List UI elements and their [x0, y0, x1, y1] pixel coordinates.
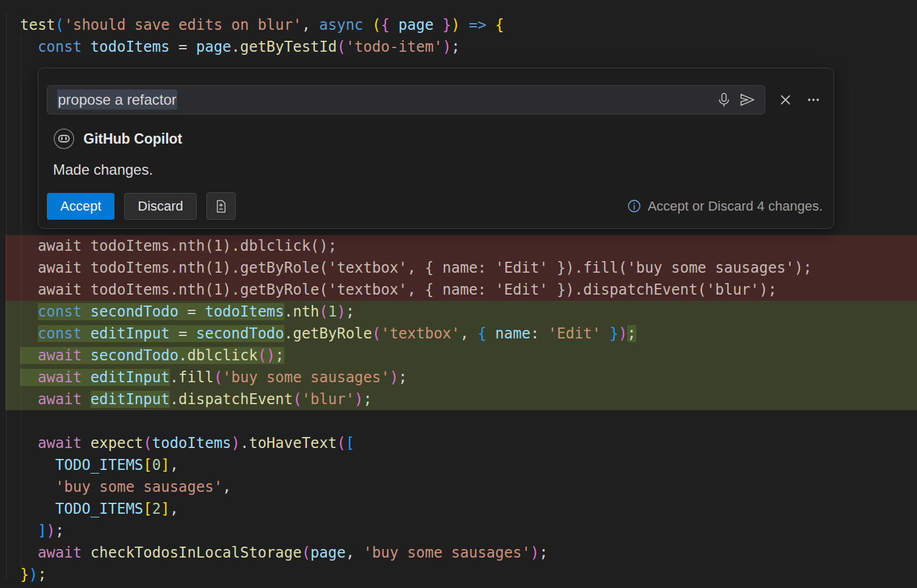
send-button[interactable]	[736, 88, 759, 111]
code-line[interactable]: await expect(todoItems).toHaveText([	[20, 432, 917, 454]
code-block-top[interactable]: test('should save edits on blur', async …	[0, 14, 917, 58]
ellipsis-icon	[805, 91, 822, 108]
microphone-button[interactable]	[712, 88, 736, 111]
gutter-strip	[0, 0, 5, 588]
code-line[interactable]: const secondTodo = todoItems.nth(1);	[20, 301, 917, 323]
code-line[interactable]: });	[20, 564, 917, 586]
chat-input-value: propose a refactor	[57, 91, 712, 108]
copilot-name: GitHub Copilot	[83, 131, 182, 147]
code-line[interactable]: const todoItems = page.getByTestId('todo…	[20, 36, 917, 58]
diff-file-icon	[213, 198, 229, 214]
code-line[interactable]: ]);	[20, 520, 917, 542]
code-line[interactable]: const editInput = secondTodo.getByRole('…	[20, 323, 917, 345]
code-line[interactable]: 'buy some sausages',	[20, 476, 917, 498]
code-line[interactable]: await todoItems.nth(1).getByRole('textbo…	[20, 279, 917, 301]
info-icon	[627, 198, 642, 214]
code-line[interactable]: TODO_ITEMS[2],	[20, 498, 917, 520]
code-line[interactable]: test('should save edits on blur', async …	[20, 14, 917, 36]
input-selected-text: propose a refactor	[57, 89, 177, 110]
code-line[interactable]: TODO_ITEMS[0],	[20, 454, 917, 476]
more-actions-button[interactable]	[802, 88, 825, 111]
chat-input[interactable]: propose a refactor	[47, 85, 765, 114]
accept-button[interactable]: Accept	[47, 193, 114, 220]
code-line[interactable]: await checkTodosInLocalStorage(page, 'bu…	[20, 542, 917, 564]
empty-code-line[interactable]	[0, 410, 917, 432]
diff-added-block[interactable]: const secondTodo = todoItems.nth(1); con…	[0, 301, 917, 410]
changes-status-text: Accept or Discard 4 changes.	[648, 198, 823, 214]
discard-button[interactable]: Discard	[124, 193, 197, 220]
toggle-diff-button[interactable]	[206, 192, 236, 220]
code-line[interactable]: await editInput.dispatchEvent('blur');	[20, 388, 917, 410]
code-line[interactable]: await editInput.fill('buy some sausages'…	[20, 366, 917, 388]
close-button[interactable]	[774, 88, 797, 111]
code-line[interactable]: await todoItems.nth(1).dblclick();	[20, 235, 917, 257]
copilot-avatar	[53, 128, 75, 150]
code-block-bottom[interactable]: await expect(todoItems).toHaveText([ TOD…	[0, 432, 917, 586]
code-editor[interactable]: test('should save edits on blur', async …	[0, 0, 917, 588]
code-line[interactable]: await todoItems.nth(1).getByRole('textbo…	[20, 257, 917, 279]
response-text: Made changes.	[53, 161, 825, 179]
diff-removed-block[interactable]: await todoItems.nth(1).dblclick(); await…	[0, 235, 917, 301]
code-line[interactable]: await secondTodo.dblclick();	[20, 345, 917, 366]
send-icon	[739, 91, 756, 108]
copilot-icon	[53, 128, 75, 150]
close-icon	[777, 91, 794, 108]
microphone-icon	[715, 91, 733, 108]
inline-chat-widget: propose a refactor	[38, 68, 834, 229]
